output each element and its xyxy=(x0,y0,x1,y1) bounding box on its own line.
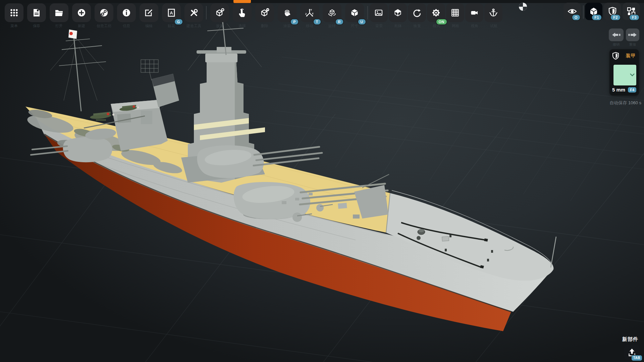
edit-button[interactable]: 编辑 xyxy=(140,3,158,22)
active-tool-indicator xyxy=(233,0,251,3)
camera-button[interactable]: 视角 xyxy=(465,3,483,22)
select-tool-button[interactable]: 选择 xyxy=(233,3,252,22)
toolbar-divider xyxy=(583,5,584,19)
rotate-button[interactable]: R 旋转 xyxy=(323,3,341,22)
reset-view-button[interactable]: 恢复 xyxy=(408,3,426,22)
top-strip xyxy=(0,0,644,3)
menu-button[interactable]: 菜单 xyxy=(5,3,23,22)
info-button[interactable]: 信息 xyxy=(117,3,136,22)
save-icon xyxy=(32,8,42,18)
visibility-button[interactable]: O xyxy=(564,3,581,20)
decal-text-icon: A xyxy=(166,8,176,18)
on-badge: ON xyxy=(436,19,447,24)
svg-text:Y: Y xyxy=(311,9,312,11)
funnel xyxy=(141,60,179,107)
armor-panel-title: 装甲 xyxy=(626,53,636,59)
new-part-label: 新部件 xyxy=(622,336,638,343)
viewport-3d[interactable] xyxy=(0,0,644,362)
save-button[interactable]: 保存 xyxy=(27,3,46,22)
decal-button[interactable]: A G 贴花 xyxy=(162,3,181,22)
mode-modules-button[interactable]: F3 xyxy=(623,3,640,20)
bow-flagstaff xyxy=(551,237,556,267)
shield-icon xyxy=(612,52,619,60)
hull-cube-icon xyxy=(393,8,403,18)
move-axes-icon: Y Z X xyxy=(305,8,315,18)
redo-button[interactable] xyxy=(626,28,639,41)
remove-block-icon xyxy=(260,8,270,18)
select-hand-icon xyxy=(237,8,247,18)
new-file-icon xyxy=(76,8,87,18)
autosave-value: 1060 s xyxy=(628,100,641,105)
svg-text:X: X xyxy=(312,12,314,15)
steam-workshop-icon xyxy=(99,8,109,18)
settings-gear-icon xyxy=(431,8,441,18)
anchor-icon xyxy=(488,8,498,18)
mode-blocks-button[interactable]: F1 xyxy=(585,3,602,20)
resize-button[interactable]: U 尺寸 xyxy=(345,3,364,22)
hotkey-badge: F2 xyxy=(611,15,620,20)
build-tools-icon xyxy=(189,8,199,18)
new-part-button[interactable]: TAB xyxy=(624,345,640,360)
ship-model[interactable] xyxy=(25,22,556,331)
armor-color-swatch[interactable] xyxy=(613,64,637,86)
autosave-label: 自动保存 xyxy=(609,100,627,105)
background-button[interactable]: 背景 xyxy=(370,3,388,22)
ship-builder-app: { "toolbar": { "items": [ {"icon":"menu-… xyxy=(0,0,644,362)
settings-button[interactable]: ON 模式 xyxy=(427,3,445,22)
toolbar-divider xyxy=(367,6,368,19)
build-tools-button[interactable]: 建造工具 xyxy=(184,3,203,22)
hotkey-badge: R xyxy=(336,19,343,24)
add-block-button[interactable]: 放置 xyxy=(210,3,229,22)
mode-armor-button[interactable]: F2 xyxy=(604,3,621,20)
move-button[interactable]: Y Z X T 移动 xyxy=(300,3,319,22)
rotate-cube-icon xyxy=(327,8,337,18)
background-image-icon xyxy=(374,8,384,18)
hotkey-badge: F4 xyxy=(628,87,636,93)
workshop-button[interactable]: 创意工坊 xyxy=(95,3,113,22)
new-button[interactable]: 新建 xyxy=(72,3,91,22)
paint-bucket-icon xyxy=(282,8,292,18)
reset-rotate-icon xyxy=(412,8,422,18)
sea-trial-button[interactable]: 试航 xyxy=(484,3,502,22)
grid-icon xyxy=(450,8,460,18)
grid-button[interactable]: 网格 xyxy=(446,3,464,22)
hotkey-badge: T xyxy=(314,19,321,24)
edit-icon xyxy=(144,8,154,18)
toolbar-divider xyxy=(206,6,207,19)
hotkey-badge: TAB xyxy=(632,355,642,361)
svg-text:A: A xyxy=(170,10,173,15)
open-button[interactable]: 打开 xyxy=(50,3,68,22)
chevron-down-icon xyxy=(630,73,635,76)
menu-grid-icon xyxy=(9,8,19,18)
armor-panel: 装甲 5 mm F4 xyxy=(609,49,639,96)
info-icon xyxy=(121,8,131,18)
hotkey-badge: G xyxy=(175,19,182,24)
hotkey-badge: F3 xyxy=(630,15,639,20)
hull-button[interactable]: 刚体 xyxy=(389,3,407,22)
add-block-icon xyxy=(215,8,225,18)
hotkey-badge: P xyxy=(291,19,298,24)
radar-mesh xyxy=(141,60,158,80)
open-folder-icon xyxy=(54,8,64,18)
aft-mast xyxy=(50,29,106,111)
camera-icon xyxy=(469,8,479,18)
undo-button[interactable] xyxy=(609,28,624,41)
hotkey-badge: O xyxy=(572,15,580,20)
resize-cube-icon xyxy=(350,8,360,18)
armor-thickness-value: 5 mm xyxy=(612,87,625,93)
paint-button[interactable]: P 涂装 xyxy=(278,3,297,22)
remove-block-button[interactable]: 删除 xyxy=(255,3,274,22)
hotkey-badge: U xyxy=(358,19,366,24)
autosave-status: 自动保存 1060 s xyxy=(561,100,641,106)
svg-text:Z: Z xyxy=(305,13,307,15)
undo-arrow-icon xyxy=(612,32,621,38)
hotkey-badge: F1 xyxy=(592,15,601,20)
redo-arrow-icon xyxy=(628,32,637,38)
origin-marker-icon xyxy=(518,2,528,11)
